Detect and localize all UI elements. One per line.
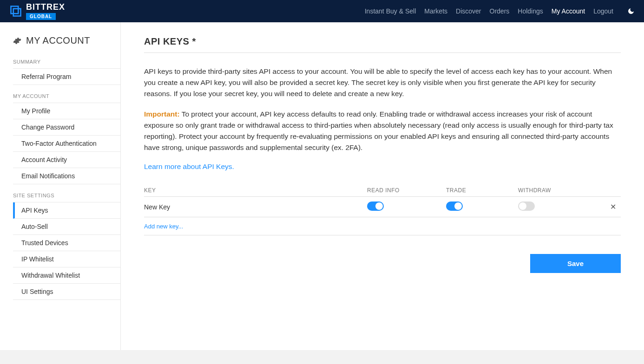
sidebar-item-account-activity[interactable]: Account Activity: [13, 152, 120, 168]
sidebar-item-change-password[interactable]: Change Password: [13, 119, 120, 135]
api-keys-table: KEY READ INFO TRADE WITHDRAW New Key: [144, 187, 621, 235]
learn-more-link[interactable]: Learn more about API Keys.: [144, 162, 234, 171]
theme-toggle[interactable]: [627, 7, 635, 15]
sidebar-title: MY ACCOUNT: [26, 35, 90, 46]
page-title: API KEYS *: [144, 36, 621, 53]
section-summary-label: SUMMARY: [13, 59, 120, 65]
nav-instant-buy-sell[interactable]: Instant Buy & Sell: [365, 7, 416, 15]
brand-name: BITTREX: [26, 2, 65, 12]
header-withdraw: WITHDRAW: [518, 187, 583, 194]
sidebar-item-withdrawal-whitelist[interactable]: Withdrawal Whitelist: [13, 267, 120, 283]
intro-paragraph-1: API keys to provide third-party sites AP…: [144, 66, 621, 99]
footer: [0, 350, 644, 364]
nav-my-account[interactable]: My Account: [552, 7, 585, 15]
sidebar-item-auto-sell[interactable]: Auto-Sell: [13, 219, 120, 234]
svg-rect-0: [11, 6, 19, 14]
section-site-settings-label: SITE SETTINGS: [13, 193, 120, 198]
nav-holdings[interactable]: Holdings: [518, 7, 543, 15]
main-nav: Instant Buy & Sell Markets Discover Orde…: [365, 7, 635, 15]
sidebar: MY ACCOUNT SUMMARY Referral Program MY A…: [0, 22, 121, 350]
svg-rect-1: [13, 9, 21, 16]
sidebar-item-trusted-devices[interactable]: Trusted Devices: [13, 235, 120, 251]
nav-markets[interactable]: Markets: [424, 7, 447, 15]
brand-logo[interactable]: BITTREX GLOBAL: [9, 2, 65, 20]
toggle-trade[interactable]: [446, 202, 463, 211]
sidebar-item-my-profile[interactable]: My Profile: [13, 103, 120, 119]
add-new-key-link[interactable]: Add new key...: [144, 223, 183, 230]
sidebar-item-ip-whitelist[interactable]: IP Whitelist: [13, 251, 120, 267]
intro-paragraph-2-text: To protect your account, API key access …: [144, 110, 613, 151]
gear-icon: [13, 37, 21, 45]
save-button[interactable]: Save: [530, 254, 621, 273]
top-header: BITTREX GLOBAL Instant Buy & Sell Market…: [0, 0, 644, 22]
header-trade: TRADE: [446, 187, 518, 194]
main-content: API KEYS * API keys to provide third-par…: [121, 22, 644, 350]
bittrex-logo-icon: [9, 5, 22, 18]
sidebar-item-referral-program[interactable]: Referral Program: [13, 69, 120, 84]
sidebar-item-ui-settings[interactable]: UI Settings: [13, 284, 120, 299]
header-key: KEY: [144, 187, 367, 194]
header-read-info: READ INFO: [367, 187, 446, 194]
sidebar-item-email-notifications[interactable]: Email Notifications: [13, 168, 120, 184]
nav-logout[interactable]: Logout: [593, 7, 613, 15]
intro-paragraph-2: Important: To protect your account, API …: [144, 109, 621, 153]
toggle-read-info[interactable]: [367, 202, 384, 211]
table-header-row: KEY READ INFO TRADE WITHDRAW: [144, 187, 621, 197]
close-icon: ✕: [610, 203, 616, 211]
important-label: Important:: [144, 110, 180, 118]
brand-badge: GLOBAL: [26, 13, 56, 20]
toggle-withdraw[interactable]: [518, 202, 535, 211]
nav-orders[interactable]: Orders: [490, 7, 510, 15]
sidebar-item-api-keys[interactable]: API Keys: [15, 202, 120, 218]
nav-discover[interactable]: Discover: [456, 7, 481, 15]
sidebar-item-two-factor-auth[interactable]: Two-Factor Authentication: [13, 136, 120, 151]
table-row: New Key ✕: [144, 197, 621, 217]
row-key-name: New Key: [144, 203, 367, 211]
delete-key-button[interactable]: ✕: [610, 203, 616, 211]
section-account-label: MY ACCOUNT: [13, 93, 120, 99]
moon-icon: [627, 7, 635, 15]
